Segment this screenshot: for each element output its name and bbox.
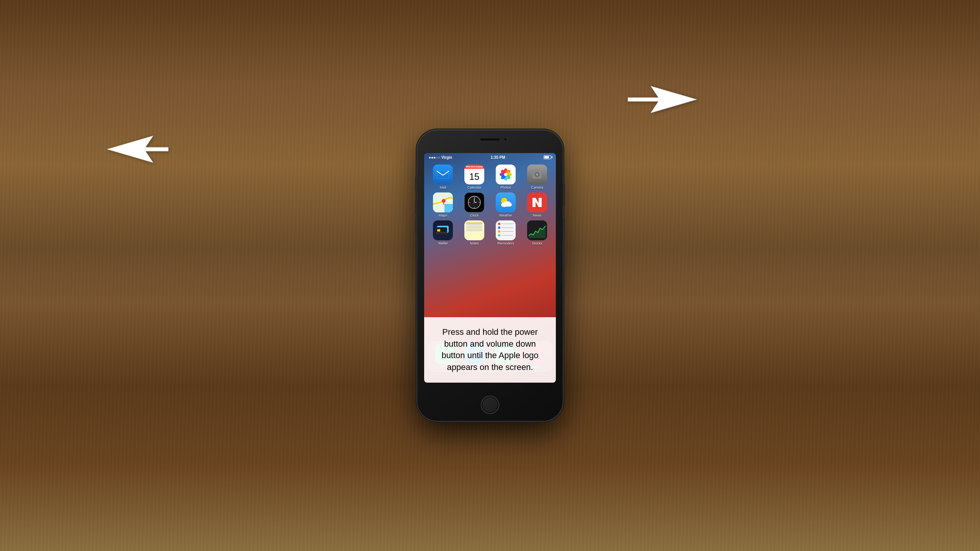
svg-point-32 [507, 203, 512, 207]
phone-device: ●●●○○ Virgin 1:35 PM [417, 130, 563, 421]
app-item-wallet[interactable]: Wallet [429, 220, 457, 245]
clock-icon-bg [464, 192, 484, 212]
svg-point-12 [504, 173, 507, 176]
maps-label: Maps [439, 214, 447, 217]
camera-label: Camera [531, 186, 543, 189]
right-arrow [628, 84, 697, 116]
svg-marker-1 [628, 86, 697, 113]
battery-indicator [544, 155, 551, 159]
battery-fill [544, 156, 549, 158]
svg-rect-18 [444, 204, 453, 212]
wallet-icon [433, 220, 453, 240]
wallet-label: Wallet [438, 241, 448, 245]
weather-label: Weather [499, 214, 512, 217]
clock-label: Clock [470, 214, 479, 217]
earpiece [480, 139, 500, 140]
carrier-label: ●●●○○ Virgin [429, 155, 452, 160]
app-item-maps[interactable]: Maps [429, 192, 457, 217]
reminders-label: Reminders [497, 241, 514, 245]
svg-rect-3 [437, 170, 449, 179]
battery-icon [544, 155, 551, 159]
calendar-date: 15 [464, 169, 484, 184]
stocks-label: Stocks [532, 241, 542, 245]
home-button[interactable] [481, 396, 499, 414]
app-item-camera[interactable]: Camera [523, 165, 551, 189]
svg-marker-0 [107, 136, 168, 163]
mail-icon [433, 165, 453, 184]
svg-point-15 [536, 173, 538, 176]
front-camera [504, 138, 507, 141]
news-icon [527, 192, 547, 212]
photos-icon [496, 165, 516, 184]
notes-label: Notes [470, 241, 479, 245]
photos-label: Photos [500, 186, 511, 189]
instruction-text: Press and hold the power button and volu… [432, 326, 548, 373]
phone-body: ●●●○○ Virgin 1:35 PM [417, 130, 563, 421]
svg-point-31 [501, 202, 507, 207]
app-item-photos[interactable]: Photos [492, 165, 520, 189]
app-grid: Mail Wednesday 15 Calendar [424, 161, 556, 248]
calendar-label: Calendar [467, 186, 482, 189]
mail-label: Mail [440, 186, 446, 189]
reminders-icon [496, 220, 516, 240]
svg-rect-16 [539, 171, 541, 172]
news-label: News [533, 214, 542, 217]
time-label: 1:35 PM [491, 155, 505, 160]
instruction-overlay: Press and hold the power button and volu… [424, 317, 556, 383]
maps-icon [433, 192, 453, 212]
app-item-notes[interactable]: Notes [460, 220, 488, 245]
svg-rect-38 [436, 232, 447, 233]
app-item-weather[interactable]: Weather [492, 192, 520, 217]
app-item-news[interactable]: News [523, 192, 551, 217]
stocks-icon [527, 220, 547, 240]
app-item-mail[interactable]: Mail [429, 165, 457, 189]
app-item-reminders[interactable]: Reminders [492, 220, 520, 245]
app-item-clock[interactable]: Clock [460, 192, 488, 217]
notes-icon [464, 220, 484, 240]
app-item-calendar[interactable]: Wednesday 15 Calendar [460, 165, 488, 189]
svg-rect-2 [437, 170, 449, 179]
svg-point-19 [442, 199, 446, 203]
weather-icon [496, 192, 516, 212]
calendar-icon: Wednesday 15 [464, 165, 484, 184]
camera-icon [527, 165, 547, 184]
phone-screen: ●●●○○ Virgin 1:35 PM [424, 153, 556, 383]
svg-rect-37 [437, 229, 440, 231]
left-arrow [107, 134, 168, 166]
calendar-day: Wednesday [464, 165, 484, 169]
status-bar: ●●●○○ Virgin 1:35 PM [424, 153, 556, 161]
app-item-stocks[interactable]: Stocks [523, 220, 551, 245]
